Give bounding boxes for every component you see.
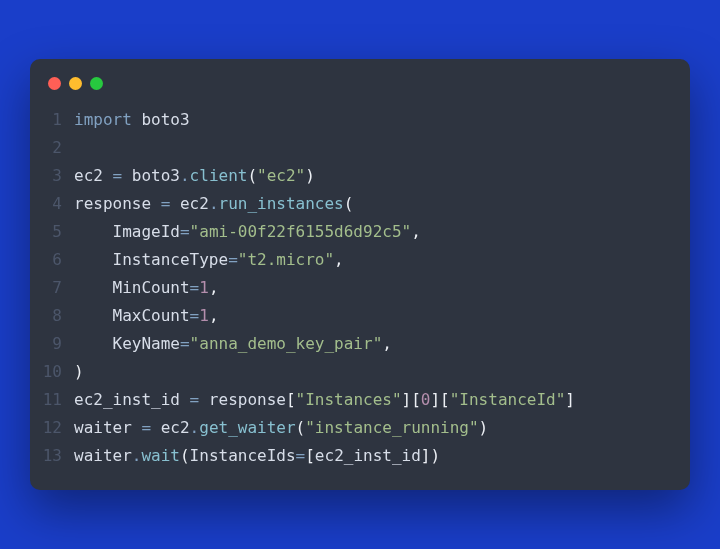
token: boto3 — [122, 166, 180, 185]
token: ec2 — [151, 418, 190, 437]
token: ( — [344, 194, 354, 213]
token: = — [190, 390, 200, 409]
code-line: 9 KeyName="anna_demo_key_pair", — [30, 330, 690, 358]
token: ec2 — [170, 194, 209, 213]
line-number: 13 — [30, 442, 74, 470]
token: ( — [180, 446, 190, 465]
token: = — [190, 278, 200, 297]
token: InstanceType — [74, 250, 228, 269]
line-number: 2 — [30, 134, 74, 162]
token: get_waiter — [199, 418, 295, 437]
code-line: 3ec2 = boto3.client("ec2") — [30, 162, 690, 190]
token: . — [190, 418, 200, 437]
line-content: MinCount=1, — [74, 274, 219, 302]
token: wait — [141, 446, 180, 465]
token: , — [209, 278, 219, 297]
token: ) — [479, 418, 489, 437]
token: = — [228, 250, 238, 269]
token: waiter — [74, 418, 141, 437]
token: 0 — [421, 390, 431, 409]
token: = — [180, 334, 190, 353]
code-line: 8 MaxCount=1, — [30, 302, 690, 330]
line-content: InstanceType="t2.micro", — [74, 246, 344, 274]
token: "anna_demo_key_pair" — [190, 334, 383, 353]
line-number: 11 — [30, 386, 74, 414]
token: = — [180, 222, 190, 241]
token: = — [190, 306, 200, 325]
editor-window: 1import boto323ec2 = boto3.client("ec2")… — [30, 59, 690, 490]
code-line: 5 ImageId="ami-00f22f6155d6d92c5", — [30, 218, 690, 246]
token: InstanceIds — [190, 446, 296, 465]
token: = — [141, 418, 151, 437]
token: = — [113, 166, 123, 185]
token: "t2.micro" — [238, 250, 334, 269]
line-number: 1 — [30, 106, 74, 134]
line-content: import boto3 — [74, 106, 190, 134]
token: . — [180, 166, 190, 185]
code-line: 11ec2_inst_id = response["Instances"][0]… — [30, 386, 690, 414]
token: ec2_inst_id — [74, 390, 190, 409]
token: , — [334, 250, 344, 269]
token: ]) — [421, 446, 440, 465]
token: MinCount — [74, 278, 190, 297]
code-line: 10) — [30, 358, 690, 386]
token: response — [74, 194, 161, 213]
line-number: 10 — [30, 358, 74, 386]
token: . — [132, 446, 142, 465]
token: 1 — [199, 278, 209, 297]
code-line: 4response = ec2.run_instances( — [30, 190, 690, 218]
code-line: 1import boto3 — [30, 106, 690, 134]
token: ] — [565, 390, 575, 409]
line-number: 3 — [30, 162, 74, 190]
line-content: waiter.wait(InstanceIds=[ec2_inst_id]) — [74, 442, 440, 470]
line-number: 7 — [30, 274, 74, 302]
token: import — [74, 110, 132, 129]
window-titlebar — [30, 77, 690, 106]
token: ) — [305, 166, 315, 185]
line-number: 8 — [30, 302, 74, 330]
line-number: 5 — [30, 218, 74, 246]
token: boto3 — [132, 110, 190, 129]
line-content: ImageId="ami-00f22f6155d6d92c5", — [74, 218, 421, 246]
token: "ami-00f22f6155d6d92c5" — [190, 222, 412, 241]
line-number: 9 — [30, 330, 74, 358]
token: "instance_running" — [305, 418, 478, 437]
line-number: 12 — [30, 414, 74, 442]
code-line: 7 MinCount=1, — [30, 274, 690, 302]
code-line: 13waiter.wait(InstanceIds=[ec2_inst_id]) — [30, 442, 690, 470]
code-line: 6 InstanceType="t2.micro", — [30, 246, 690, 274]
line-content: MaxCount=1, — [74, 302, 219, 330]
close-icon[interactable] — [48, 77, 61, 90]
token: ImageId — [74, 222, 180, 241]
token: ) — [74, 362, 84, 381]
token: "Instances" — [296, 390, 402, 409]
token: waiter — [74, 446, 132, 465]
zoom-icon[interactable] — [90, 77, 103, 90]
token: KeyName — [74, 334, 180, 353]
line-content: response = ec2.run_instances( — [74, 190, 353, 218]
minimize-icon[interactable] — [69, 77, 82, 90]
line-content: KeyName="anna_demo_key_pair", — [74, 330, 392, 358]
token: run_instances — [219, 194, 344, 213]
token: , — [411, 222, 421, 241]
token: , — [209, 306, 219, 325]
line-number: 4 — [30, 190, 74, 218]
token: 1 — [199, 306, 209, 325]
code-area: 1import boto323ec2 = boto3.client("ec2")… — [30, 106, 690, 470]
line-content: ) — [74, 358, 84, 386]
token: = — [296, 446, 306, 465]
token: ec2 — [74, 166, 113, 185]
token: ec2_inst_id — [315, 446, 421, 465]
token: ( — [247, 166, 257, 185]
line-content: waiter = ec2.get_waiter("instance_runnin… — [74, 414, 488, 442]
code-line: 12waiter = ec2.get_waiter("instance_runn… — [30, 414, 690, 442]
token: [ — [305, 446, 315, 465]
token: ][ — [430, 390, 449, 409]
token: , — [382, 334, 392, 353]
line-content: ec2 = boto3.client("ec2") — [74, 162, 315, 190]
token: = — [161, 194, 171, 213]
token: "ec2" — [257, 166, 305, 185]
token: client — [190, 166, 248, 185]
token: response — [199, 390, 286, 409]
line-content: ec2_inst_id = response["Instances"][0]["… — [74, 386, 575, 414]
